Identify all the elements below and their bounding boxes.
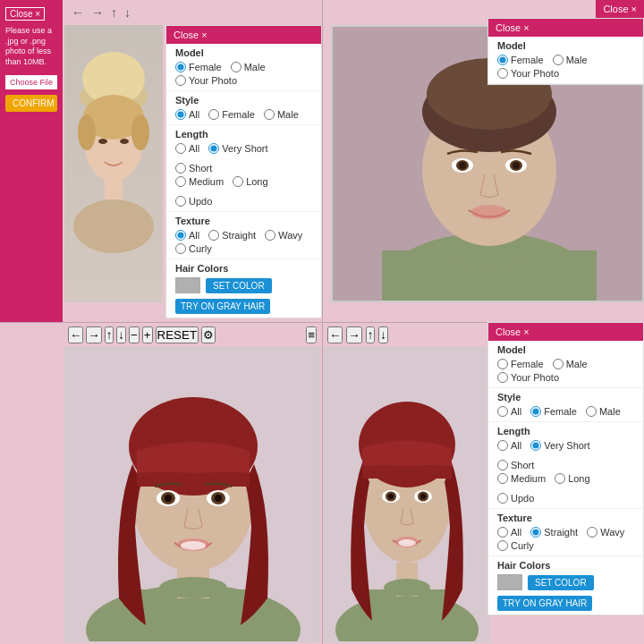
tr-photo-radio[interactable] — [497, 68, 508, 79]
length-long-radio[interactable] — [233, 176, 243, 187]
br-female-label[interactable]: Female — [497, 359, 544, 369]
upload-close-button[interactable]: Close × — [5, 7, 45, 21]
br-style-female-radio[interactable] — [530, 406, 541, 417]
length-short-label[interactable]: Short — [175, 163, 212, 174]
nav-right-button[interactable]: → — [89, 4, 106, 21]
br-length-medium-radio[interactable] — [497, 473, 508, 484]
br-length-vshort-label[interactable]: Very Short — [530, 440, 589, 451]
model-female-radio[interactable] — [175, 62, 186, 72]
br-nav-down[interactable]: ↓ — [378, 326, 388, 343]
br-female-radio[interactable] — [497, 359, 508, 369]
model-male-label[interactable]: Male — [231, 62, 266, 72]
texture-curly-radio[interactable] — [175, 243, 186, 254]
color-swatch[interactable] — [175, 277, 200, 293]
br-style-female-label[interactable]: Female — [530, 406, 577, 417]
nav-up-button[interactable]: ↑ — [109, 4, 119, 21]
texture-curly-label[interactable]: Curly — [175, 243, 212, 254]
texture-all-label[interactable]: All — [175, 230, 199, 241]
br-style-all-radio[interactable] — [497, 406, 508, 417]
br-length-all-label[interactable]: All — [497, 440, 521, 451]
br-set-color-button[interactable]: SET COLOR — [528, 575, 594, 590]
length-updo-radio[interactable] — [175, 196, 186, 207]
br-nav-up[interactable]: ↑ — [366, 326, 376, 343]
br-style-male-radio[interactable] — [586, 406, 597, 417]
bl-nav-right[interactable]: → — [86, 326, 101, 343]
confirm-button[interactable]: CONFIRM — [5, 95, 57, 112]
br-nav-right[interactable]: → — [346, 326, 361, 343]
br-nav-left[interactable]: ← — [327, 326, 343, 343]
br-texture-title: Texture — [497, 513, 634, 523]
length-long-label[interactable]: Long — [233, 176, 267, 187]
bl-nav-up[interactable]: ↑ — [105, 326, 114, 343]
br-male-radio[interactable] — [553, 359, 564, 369]
texture-wavy-radio[interactable] — [265, 230, 275, 241]
svg-point-77 — [384, 579, 430, 597]
texture-straight-radio[interactable] — [208, 230, 219, 241]
nav-down-button[interactable]: ↓ — [123, 4, 132, 21]
set-color-button[interactable]: SET COLOR — [206, 278, 272, 293]
style-male-label[interactable]: Male — [264, 109, 299, 120]
tr-female-label[interactable]: Female — [497, 55, 544, 65]
texture-straight-label[interactable]: Straight — [208, 230, 256, 241]
bl-nav-left[interactable]: ← — [68, 326, 83, 343]
style-all-label[interactable]: All — [175, 109, 199, 120]
br-male-label[interactable]: Male — [553, 359, 588, 369]
br-texture-wavy-radio[interactable] — [587, 527, 597, 538]
length-vshort-radio[interactable] — [208, 143, 219, 154]
style-female-radio[interactable] — [208, 109, 219, 120]
br-length-updo-label[interactable]: Updo — [497, 493, 534, 504]
br-length-long-label[interactable]: Long — [555, 473, 589, 484]
model-photo-radio[interactable] — [175, 75, 186, 86]
choose-file-button[interactable]: Choose File — [5, 75, 57, 89]
style-all-radio[interactable] — [175, 109, 186, 120]
top-left-toolbar: ← → ↑ ↓ — [63, 0, 322, 25]
bl-reset-button[interactable]: RESET — [156, 326, 199, 343]
bl-settings-button[interactable]: ⚙ — [201, 326, 216, 343]
br-photo-label[interactable]: Your Photo — [497, 372, 559, 383]
texture-all-radio[interactable] — [175, 230, 186, 241]
length-short-radio[interactable] — [175, 163, 186, 174]
model-male-radio[interactable] — [231, 62, 242, 72]
br-texture-straight-radio[interactable] — [530, 527, 541, 538]
br-photo-radio[interactable] — [497, 372, 508, 383]
length-medium-radio[interactable] — [175, 176, 186, 187]
length-updo-label[interactable]: Updo — [175, 196, 212, 207]
model-photo-label[interactable]: Your Photo — [175, 75, 237, 86]
bl-menu-button[interactable]: ≡ — [306, 326, 317, 343]
length-all-label[interactable]: All — [175, 143, 199, 154]
br-texture-curly-radio[interactable] — [497, 540, 508, 551]
tr-male-label[interactable]: Male — [553, 55, 588, 65]
br-color-swatch[interactable] — [497, 574, 522, 590]
tr-photo-label[interactable]: Your Photo — [497, 68, 559, 79]
br-texture-straight-label[interactable]: Straight — [530, 527, 578, 538]
tr-male-radio[interactable] — [553, 55, 564, 65]
br-length-medium-label[interactable]: Medium — [497, 473, 546, 484]
br-length-vshort-radio[interactable] — [530, 440, 541, 451]
tr-female-radio[interactable] — [497, 55, 508, 65]
bl-nav-down[interactable]: ↓ — [116, 326, 126, 343]
model-female-label[interactable]: Female — [175, 62, 222, 72]
br-texture-all-label[interactable]: All — [497, 527, 521, 538]
style-radio-row: All Female Male — [175, 109, 312, 120]
texture-wavy-label[interactable]: Wavy — [265, 230, 302, 241]
br-style-all-label[interactable]: All — [497, 406, 521, 417]
br-try-gray-button[interactable]: TRY ON GRAY HAIR — [497, 596, 592, 611]
br-texture-all-radio[interactable] — [497, 527, 508, 538]
br-length-long-radio[interactable] — [555, 473, 565, 484]
style-female-label[interactable]: Female — [208, 109, 255, 120]
style-male-radio[interactable] — [264, 109, 275, 120]
br-texture-curly-label[interactable]: Curly — [497, 540, 534, 551]
br-length-all-radio[interactable] — [497, 440, 508, 451]
bl-plus[interactable]: + — [142, 326, 153, 343]
bl-minus[interactable]: − — [129, 326, 140, 343]
br-length-short-radio[interactable] — [497, 460, 508, 470]
nav-left-button[interactable]: ← — [70, 4, 86, 21]
length-vshort-label[interactable]: Very Short — [208, 143, 267, 154]
try-gray-button[interactable]: TRY ON GRAY HAIR — [175, 299, 270, 314]
length-all-radio[interactable] — [175, 143, 186, 154]
br-length-short-label[interactable]: Short — [497, 460, 534, 470]
br-texture-wavy-label[interactable]: Wavy — [587, 527, 624, 538]
br-length-updo-radio[interactable] — [497, 493, 508, 504]
br-style-male-label[interactable]: Male — [586, 406, 621, 417]
length-medium-label[interactable]: Medium — [175, 176, 224, 187]
